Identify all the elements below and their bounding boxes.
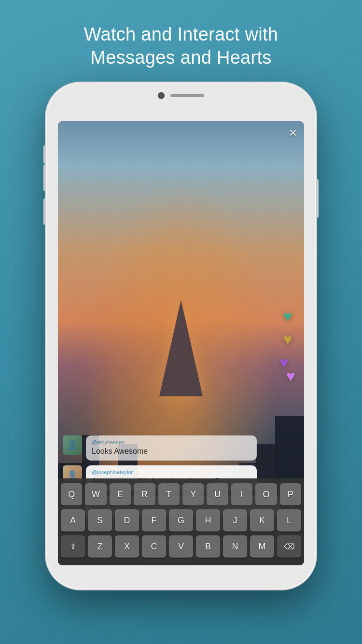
silent-switch bbox=[43, 145, 46, 164]
key-A[interactable]: A bbox=[61, 509, 85, 532]
keyboard-row-3: ⇧ Z X C V B N M ⌫ bbox=[61, 535, 301, 558]
hearts-container: ♥ ♥ ♥ ♥ bbox=[279, 308, 296, 394]
message-1-username: @emyhansen bbox=[92, 439, 251, 445]
front-camera bbox=[158, 92, 165, 99]
key-J[interactable]: J bbox=[223, 509, 247, 532]
key-R[interactable]: R bbox=[134, 483, 155, 505]
key-X[interactable]: X bbox=[115, 535, 139, 558]
key-C[interactable]: C bbox=[142, 535, 166, 558]
keyboard: Q W E R T Y U I O P A S D F G H J K bbox=[58, 478, 304, 565]
page-title: Watch and Interact with Messages and Hea… bbox=[84, 23, 278, 69]
close-button[interactable]: ✕ bbox=[289, 127, 297, 140]
key-V[interactable]: V bbox=[169, 535, 193, 558]
keyboard-row-1: Q W E R T Y U I O P bbox=[61, 483, 301, 505]
message-1-content: @emyhansen Looks Awesome bbox=[86, 435, 257, 461]
key-Q[interactable]: Q bbox=[61, 483, 82, 505]
key-P[interactable]: P bbox=[280, 483, 301, 505]
volume-down-button bbox=[43, 198, 46, 225]
key-K[interactable]: K bbox=[250, 509, 274, 532]
key-N[interactable]: N bbox=[223, 535, 247, 558]
key-F[interactable]: F bbox=[142, 509, 166, 532]
avatar-emyhansen: 👤 bbox=[63, 435, 82, 455]
power-button bbox=[316, 179, 319, 218]
key-Z[interactable]: Z bbox=[88, 535, 112, 558]
key-M[interactable]: M bbox=[250, 535, 274, 558]
key-W[interactable]: W bbox=[85, 483, 106, 505]
gold-heart-icon[interactable]: ♥ bbox=[279, 331, 296, 348]
key-T[interactable]: T bbox=[158, 483, 180, 505]
message-2-username: @josephinetaylor bbox=[92, 469, 251, 475]
key-Y[interactable]: Y bbox=[182, 483, 204, 505]
green-heart-icon[interactable]: ♥ bbox=[279, 308, 296, 325]
backspace-key[interactable]: ⌫ bbox=[277, 535, 301, 558]
message-1-text: Looks Awesome bbox=[92, 447, 251, 457]
phone-screen: ✕ ♥ ♥ ♥ ♥ 👤 @emyhansen Looks Awesome bbox=[58, 121, 304, 565]
earpiece bbox=[170, 94, 204, 97]
volume-up-button bbox=[43, 165, 46, 191]
key-O[interactable]: O bbox=[255, 483, 277, 505]
keyboard-row-2: A S D F G H J K L bbox=[61, 509, 301, 532]
header-section: Watch and Interact with Messages and Hea… bbox=[55, 23, 307, 69]
key-B[interactable]: B bbox=[196, 535, 220, 558]
key-I[interactable]: I bbox=[231, 483, 252, 505]
key-U[interactable]: U bbox=[207, 483, 228, 505]
key-E[interactable]: E bbox=[110, 483, 131, 505]
phone-notch bbox=[158, 92, 204, 99]
key-S[interactable]: S bbox=[88, 509, 112, 532]
phone-frame: ✕ ♥ ♥ ♥ ♥ 👤 @emyhansen Looks Awesome bbox=[46, 83, 316, 589]
message-1: 👤 @emyhansen Looks Awesome bbox=[63, 435, 257, 461]
purple-heart-2-icon[interactable]: ♥ bbox=[282, 367, 299, 385]
transamerica-pyramid bbox=[159, 300, 203, 396]
key-D[interactable]: D bbox=[115, 509, 139, 532]
key-L[interactable]: L bbox=[277, 509, 301, 532]
key-H[interactable]: H bbox=[196, 509, 220, 532]
shift-key[interactable]: ⇧ bbox=[61, 535, 85, 558]
key-G[interactable]: G bbox=[169, 509, 193, 532]
